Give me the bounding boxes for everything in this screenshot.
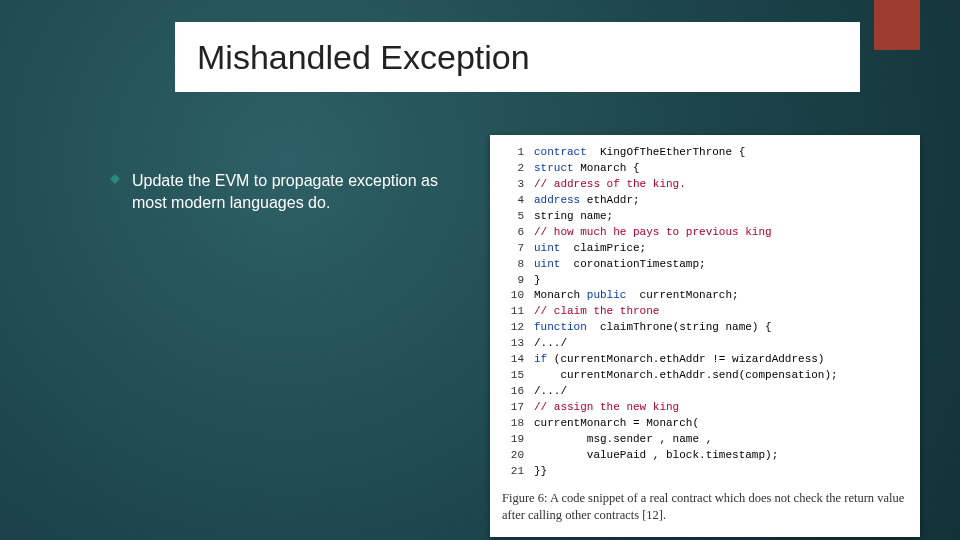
line-number: 13	[502, 336, 524, 352]
diamond-bullet-icon	[110, 174, 120, 184]
code-line: 6// how much he pays to previous king	[502, 225, 908, 241]
code-line: 11// claim the throne	[502, 304, 908, 320]
code-text: // how much he pays to previous king	[534, 225, 772, 241]
code-line: 4address ethAddr;	[502, 193, 908, 209]
code-text: string name;	[534, 209, 613, 225]
code-line: 17// assign the new king	[502, 400, 908, 416]
line-number: 2	[502, 161, 524, 177]
line-number: 12	[502, 320, 524, 336]
code-line: 9}	[502, 273, 908, 289]
code-text: function claimThrone(string name) {	[534, 320, 772, 336]
line-number: 1	[502, 145, 524, 161]
code-text: }}	[534, 464, 547, 480]
line-number: 17	[502, 400, 524, 416]
code-text: Monarch public currentMonarch;	[534, 288, 739, 304]
code-text: }	[534, 273, 541, 289]
code-text: // address of the king.	[534, 177, 686, 193]
svg-marker-0	[110, 174, 120, 184]
line-number: 16	[502, 384, 524, 400]
code-line: 7uint claimPrice;	[502, 241, 908, 257]
code-line: 10Monarch public currentMonarch;	[502, 288, 908, 304]
line-number: 6	[502, 225, 524, 241]
code-line: 3// address of the king.	[502, 177, 908, 193]
code-line: 15 currentMonarch.ethAddr.send(compensat…	[502, 368, 908, 384]
line-number: 19	[502, 432, 524, 448]
code-line: 19 msg.sender , name ,	[502, 432, 908, 448]
line-number: 8	[502, 257, 524, 273]
code-text: uint coronationTimestamp;	[534, 257, 706, 273]
code-text: // assign the new king	[534, 400, 679, 416]
code-text: struct Monarch {	[534, 161, 640, 177]
line-number: 21	[502, 464, 524, 480]
line-number: 11	[502, 304, 524, 320]
line-number: 18	[502, 416, 524, 432]
code-text: currentMonarch.ethAddr.send(compensation…	[534, 368, 838, 384]
code-text: /.../	[534, 384, 567, 400]
line-number: 9	[502, 273, 524, 289]
code-text: valuePaid , block.timestamp);	[534, 448, 778, 464]
code-listing: 1contract KingOfTheEtherThrone {2struct …	[502, 145, 908, 480]
title-box: Mishandled Exception	[175, 22, 860, 92]
code-text: uint claimPrice;	[534, 241, 646, 257]
accent-bar	[874, 0, 920, 50]
code-panel: 1contract KingOfTheEtherThrone {2struct …	[490, 135, 920, 537]
slide-title: Mishandled Exception	[197, 38, 530, 77]
code-text: msg.sender , name ,	[534, 432, 712, 448]
figure-caption: Figure 6: A code snippet of a real contr…	[502, 490, 908, 524]
line-number: 3	[502, 177, 524, 193]
line-number: 4	[502, 193, 524, 209]
code-line: 5string name;	[502, 209, 908, 225]
line-number: 10	[502, 288, 524, 304]
line-number: 7	[502, 241, 524, 257]
code-text: currentMonarch = Monarch(	[534, 416, 699, 432]
code-text: contract KingOfTheEtherThrone {	[534, 145, 745, 161]
bullet-area: Update the EVM to propagate exception as…	[110, 170, 470, 213]
code-line: 14if (currentMonarch.ethAddr != wizardAd…	[502, 352, 908, 368]
line-number: 14	[502, 352, 524, 368]
line-number: 15	[502, 368, 524, 384]
code-line: 20 valuePaid , block.timestamp);	[502, 448, 908, 464]
code-text: // claim the throne	[534, 304, 659, 320]
code-line: 1contract KingOfTheEtherThrone {	[502, 145, 908, 161]
code-line: 16/.../	[502, 384, 908, 400]
line-number: 5	[502, 209, 524, 225]
code-line: 12function claimThrone(string name) {	[502, 320, 908, 336]
code-line: 8uint coronationTimestamp;	[502, 257, 908, 273]
code-line: 21}}	[502, 464, 908, 480]
code-text: address ethAddr;	[534, 193, 640, 209]
line-number: 20	[502, 448, 524, 464]
slide: Mishandled Exception Update the EVM to p…	[0, 0, 960, 540]
bullet-text: Update the EVM to propagate exception as…	[132, 170, 470, 213]
code-text: /.../	[534, 336, 567, 352]
code-line: 18currentMonarch = Monarch(	[502, 416, 908, 432]
code-text: if (currentMonarch.ethAddr != wizardAddr…	[534, 352, 824, 368]
code-line: 2struct Monarch {	[502, 161, 908, 177]
code-line: 13/.../	[502, 336, 908, 352]
bullet-row: Update the EVM to propagate exception as…	[110, 170, 470, 213]
